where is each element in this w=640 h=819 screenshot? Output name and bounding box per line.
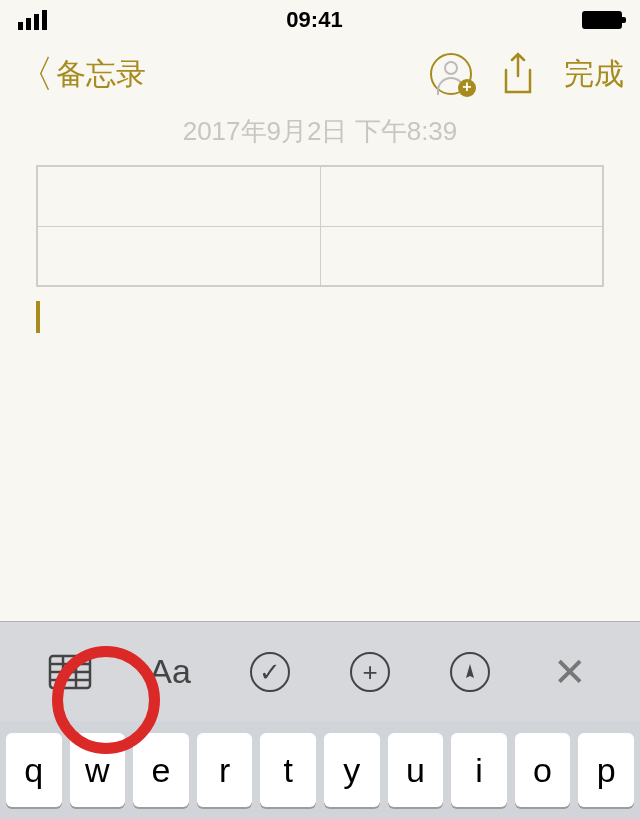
dismiss-keyboard-button[interactable]: ✕ xyxy=(545,647,595,697)
status-bar: 09:41 xyxy=(0,0,640,40)
key-w[interactable]: w xyxy=(70,733,126,807)
back-label: 备忘录 xyxy=(56,54,146,95)
key-i[interactable]: i xyxy=(451,733,507,807)
add-attachment-button[interactable]: + xyxy=(345,647,395,697)
plus-circle-icon: + xyxy=(350,652,390,692)
nav-bar: 〈 备忘录 + 完成 xyxy=(0,40,640,108)
check-circle-icon: ✓ xyxy=(250,652,290,692)
table-cell[interactable] xyxy=(37,166,320,226)
key-y[interactable]: y xyxy=(324,733,380,807)
key-r[interactable]: r xyxy=(197,733,253,807)
note-content-area[interactable] xyxy=(0,165,640,333)
key-q[interactable]: q xyxy=(6,733,62,807)
pen-circle-icon xyxy=(450,652,490,692)
table-row[interactable] xyxy=(37,166,603,226)
table-cell[interactable] xyxy=(320,166,603,226)
done-button[interactable]: 完成 xyxy=(564,54,624,95)
key-p[interactable]: p xyxy=(578,733,634,807)
table-cell[interactable] xyxy=(320,226,603,286)
text-style-button[interactable]: Aa xyxy=(145,647,195,697)
back-button[interactable]: 〈 备忘录 xyxy=(16,49,430,100)
plus-badge-icon: + xyxy=(458,79,476,97)
chevron-left-icon: 〈 xyxy=(16,49,54,100)
markup-button[interactable] xyxy=(445,647,495,697)
key-t[interactable]: t xyxy=(260,733,316,807)
table-icon xyxy=(48,654,92,690)
format-toolbar: Aa ✓ + ✕ xyxy=(0,621,640,721)
key-u[interactable]: u xyxy=(388,733,444,807)
table-row[interactable] xyxy=(37,226,603,286)
table-button[interactable] xyxy=(45,647,95,697)
note-timestamp: 2017年9月2日 下午8:39 xyxy=(0,108,640,165)
text-cursor xyxy=(36,301,40,333)
keyboard-row-1: q w e r t y u i o p xyxy=(0,721,640,819)
signal-icon xyxy=(18,10,47,30)
status-time: 09:41 xyxy=(286,7,342,33)
checklist-button[interactable]: ✓ xyxy=(245,647,295,697)
note-table[interactable] xyxy=(36,165,604,287)
key-o[interactable]: o xyxy=(515,733,571,807)
share-icon xyxy=(500,52,536,96)
add-people-button[interactable]: + xyxy=(430,53,472,95)
key-e[interactable]: e xyxy=(133,733,189,807)
share-button[interactable] xyxy=(500,52,536,96)
battery-icon xyxy=(582,11,622,29)
table-cell[interactable] xyxy=(37,226,320,286)
